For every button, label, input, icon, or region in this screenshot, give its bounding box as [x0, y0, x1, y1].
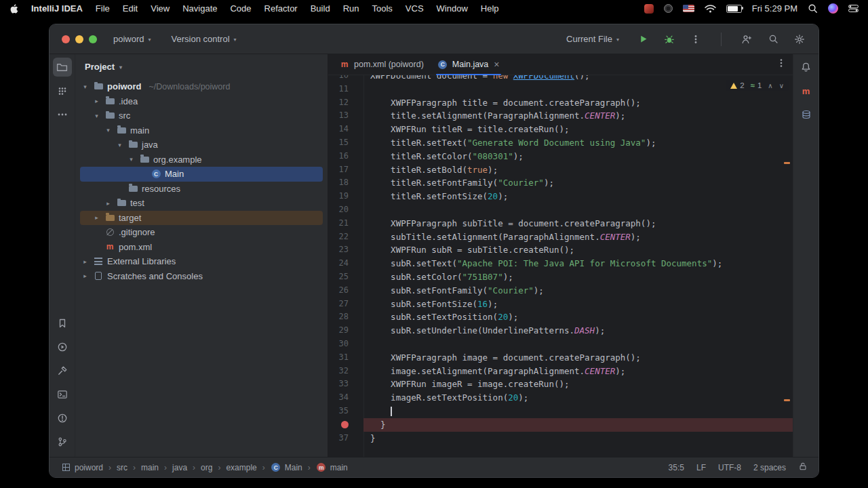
code-line-13[interactable]: 13 title.setAlignment(ParagraphAlignment…: [328, 109, 793, 123]
input-language-flag-icon[interactable]: [683, 5, 694, 12]
code-line-10[interactable]: 10XWPFDocument document = new XWPFDocume…: [328, 75, 793, 83]
gutter-line-27[interactable]: 27: [328, 298, 349, 311]
gutter-line-36[interactable]: [328, 418, 349, 432]
gutter-line-22[interactable]: 22: [328, 230, 349, 244]
project-widget[interactable]: poiword ▾: [108, 31, 157, 47]
structure-tool-button[interactable]: [53, 81, 72, 100]
code-line-18[interactable]: 18 titleR.setFontFamily("Courier");: [328, 176, 793, 190]
app-menu[interactable]: IntelliJ IDEA: [31, 3, 83, 14]
gutter-line-34[interactable]: 34: [328, 391, 349, 405]
gutter-line-18[interactable]: 18: [328, 176, 349, 190]
tree-item-scratches-and-consoles[interactable]: ▸Scratches and Consoles: [80, 269, 323, 284]
code-line-17[interactable]: 17 titleR.setBold(true);: [328, 163, 793, 177]
tree-item-main[interactable]: ▾main: [80, 123, 323, 138]
menu-window[interactable]: Window: [437, 3, 468, 14]
scrollbar-warning-mark[interactable]: [784, 162, 790, 164]
gutter-line-37[interactable]: 37: [328, 432, 349, 445]
gutter-line-33[interactable]: 33: [328, 378, 349, 391]
gutter-line-11[interactable]: 11: [328, 83, 349, 96]
code-line-24[interactable]: 24 subR.setText("Apache POI: The Java AP…: [328, 257, 793, 270]
maven-tool-tool-button[interactable]: m: [797, 81, 816, 100]
code-line-32[interactable]: 32 image.setAlignment(ParagraphAlignment…: [328, 365, 793, 378]
breadcrumb-item-poiword[interactable]: poiword: [60, 462, 103, 473]
notifications-tool-button[interactable]: [797, 58, 816, 77]
code-line-22[interactable]: 22 subTitle.setAlignment(ParagraphAlignm…: [328, 230, 793, 244]
breadcrumb-item-org[interactable]: org: [201, 463, 212, 472]
breadcrumb-item-main[interactable]: main: [141, 463, 159, 472]
breadcrumb-item-java[interactable]: java: [172, 463, 187, 472]
code-line-25[interactable]: 25 subR.setColor("751B07");: [328, 270, 793, 284]
siri-icon[interactable]: [828, 3, 838, 14]
run-configuration-selector[interactable]: Current File ▾: [561, 31, 625, 47]
code-line-28[interactable]: 28 subR.setTextPosition(20);: [328, 310, 793, 324]
gutter-line-15[interactable]: 15: [328, 136, 349, 150]
prev-problem-button[interactable]: ∧: [768, 82, 772, 89]
spotlight-search-icon[interactable]: [808, 3, 818, 14]
screen-share-icon[interactable]: [644, 4, 654, 14]
menu-build[interactable]: Build: [311, 3, 330, 14]
apple-menu[interactable]: [9, 3, 18, 14]
code-line-34[interactable]: 34 imageR.setTextPosition(20);: [328, 391, 793, 405]
gutter-line-35[interactable]: 35: [328, 405, 349, 418]
next-problem-button[interactable]: ∨: [779, 82, 784, 89]
tree-item-test[interactable]: ▸test: [80, 196, 323, 211]
code-line-14[interactable]: 14 XWPFRun titleR = title.createRun();: [328, 123, 793, 136]
warnings-indicator[interactable]: 2: [730, 81, 744, 89]
close-tab-icon[interactable]: ×: [494, 60, 499, 69]
code-line-12[interactable]: 12 XWPFParagraph title = document.create…: [328, 96, 793, 110]
tree-item-target[interactable]: ▸target: [80, 211, 323, 226]
readonly-toggle[interactable]: [798, 462, 808, 473]
tree-item-src[interactable]: ▾src: [80, 108, 323, 123]
version-control-tool-button[interactable]: [53, 432, 72, 451]
breadcrumb-item-main[interactable]: CMain: [271, 462, 302, 473]
search-everywhere-button[interactable]: [765, 31, 781, 47]
gutter-line-17[interactable]: 17: [328, 163, 349, 177]
tree-item-pom-xml[interactable]: mpom.xml: [80, 240, 323, 255]
zoom-button[interactable]: [89, 35, 97, 43]
indent-style[interactable]: 2 spaces: [753, 463, 786, 472]
breadcrumb-item-example[interactable]: example: [226, 463, 256, 472]
gutter-line-26[interactable]: 26: [328, 284, 349, 298]
project-tool-button[interactable]: [53, 58, 72, 77]
code-line-23[interactable]: 23 XWPFRun subR = subTitle.createRun();: [328, 243, 793, 257]
terminal-tool-button[interactable]: [53, 385, 72, 404]
tab-options-button[interactable]: [776, 58, 793, 71]
battery-icon[interactable]: [726, 5, 742, 13]
code-line-20[interactable]: 20: [328, 203, 793, 217]
code-line-37[interactable]: 37}: [328, 432, 793, 445]
bookmarks-tool-button[interactable]: [53, 314, 72, 333]
settings-button[interactable]: [791, 31, 808, 47]
code-line-31[interactable]: 31 XWPFParagraph image = document.create…: [328, 351, 793, 365]
tab-pom.xml-poiword-[interactable]: mpom.xml (poiword): [332, 54, 431, 75]
project-panel-header[interactable]: Project ▾: [75, 54, 328, 79]
debug-button[interactable]: [661, 31, 677, 47]
gutter-line-32[interactable]: 32: [328, 365, 349, 378]
problems-tool-button[interactable]: [53, 409, 72, 428]
tree-item-org-example[interactable]: ▾org.example: [80, 152, 323, 167]
menu-run[interactable]: Run: [343, 3, 359, 14]
breadcrumb-item-src[interactable]: src: [117, 463, 127, 472]
run-tool-button[interactable]: [53, 338, 72, 357]
minimize-button[interactable]: [75, 35, 83, 43]
code-line-27[interactable]: 27 subR.setFontSize(16);: [328, 298, 793, 311]
wifi-icon[interactable]: [705, 5, 716, 13]
menu-edit[interactable]: Edit: [123, 3, 138, 14]
gutter-line-10[interactable]: 10: [328, 75, 349, 83]
breakpoint-icon[interactable]: [341, 421, 349, 428]
tree-item-java[interactable]: ▾java: [80, 138, 323, 152]
tree-item-main[interactable]: CMain: [80, 167, 323, 182]
gutter-line-12[interactable]: 12: [328, 96, 349, 110]
vcs-widget[interactable]: Version control ▾: [166, 31, 242, 47]
code-line-33[interactable]: 33 XWPFRun imageR = image.createRun();: [328, 378, 793, 391]
code-line-16[interactable]: 16 titleR.setColor("080301");: [328, 150, 793, 163]
code-line-21[interactable]: 21 XWPFParagraph subTitle = document.cre…: [328, 217, 793, 230]
gutter-line-19[interactable]: 19: [328, 190, 349, 203]
control-center-icon[interactable]: [848, 5, 859, 12]
code-line-35[interactable]: 35: [328, 405, 793, 418]
gutter-line-23[interactable]: 23: [328, 243, 349, 257]
tree-item-resources[interactable]: resources: [80, 182, 323, 197]
caret-position[interactable]: 35:5: [669, 463, 684, 472]
tab-main.java[interactable]: CMain.java×: [431, 54, 507, 75]
code-line-29[interactable]: 29 subR.setUnderline(UnderlinePatterns.D…: [328, 324, 793, 338]
code-line-26[interactable]: 26 subR.setFontFamily("Courier");: [328, 284, 793, 298]
